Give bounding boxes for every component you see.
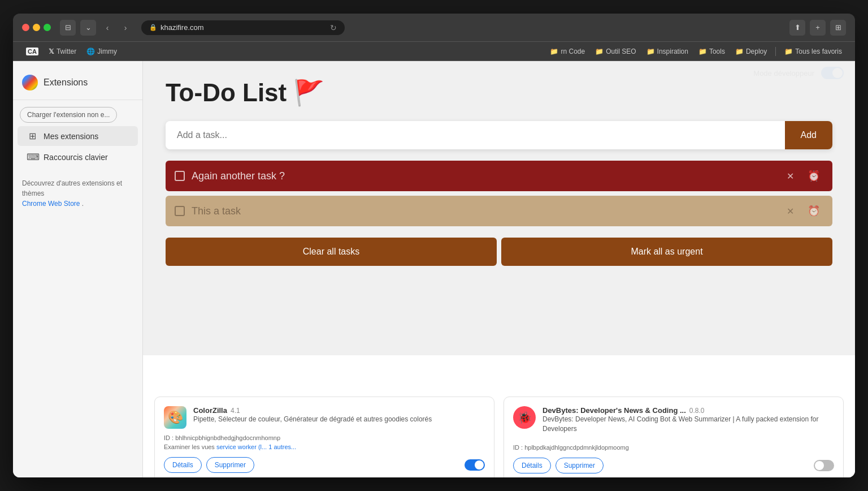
jimmy-icon: 🌐 [86,48,95,55]
todo-task-input[interactable] [166,121,785,149]
ext-id-colorzilla: ID : bhlhnicpbhignbdhedgjhgdocnmhomnp [164,434,485,441]
chrome-logo [22,75,38,91]
reload-icon[interactable]: ↻ [330,23,337,32]
ext-info-devbytes: DevBytes: Developer's News & Coding ... … [542,406,834,438]
bookmark-twitter-label: Twitter [57,48,76,55]
extensions-content: 🎨 ColorZilla 4.1 Pipette, Sélecteur de c… [143,380,855,477]
minimize-button[interactable] [33,24,40,31]
bookmark-outilseo-label: Outil SEO [606,48,636,55]
bookmark-ca[interactable]: CA [22,46,42,57]
toggle-devbytes[interactable] [814,460,834,471]
sidebar-raccourcis-label: Raccourcis clavier [44,153,108,162]
folder-icon-1: 📁 [550,48,558,55]
details-btn-devbytes[interactable]: Détails [513,458,551,473]
back-button[interactable]: ‹ [101,21,114,35]
sidebar-title: Extensions [44,77,88,88]
bookmark-tools-label: Tools [709,48,725,55]
bookmark-all-favorites[interactable]: 📁 Tous les favoris [780,46,846,57]
task-delete-normal[interactable]: ✕ [783,205,797,218]
extension-card-devbytes: 🐞 DevBytes: Developer's News & Coding ..… [504,397,844,477]
extensions-grid-icon: ⊞ [27,131,38,141]
ext-header-devbytes: 🐞 DevBytes: Developer's News & Coding ..… [513,406,834,438]
bookmark-inspiration-label: Inspiration [657,48,688,55]
main-area: Extensions Charger l'extension non e... … [13,61,855,477]
sidebar-info-suffix: . [80,200,84,208]
browser-window: ⊟ ⌄ ‹ › 🔒 khazifire.com ↻ ⬆ + ⊞ CA 𝕏 Twi… [13,14,855,477]
browser-actions: ⬆ + ⊞ [789,20,846,36]
ext-worker-text-colorzilla: Examiner les vues [164,443,215,450]
sidebar-item-mes-extensions[interactable]: ⊞ Mes extensions [18,126,138,146]
traffic-lights [22,24,51,31]
details-btn-colorzilla[interactable]: Détails [164,457,202,473]
ext-worker-link-colorzilla[interactable]: service worker (l... [216,443,267,450]
clear-all-tasks-button[interactable]: Clear all tasks [166,238,497,266]
todo-input-row: Add [166,121,832,149]
share-button[interactable]: ⬆ [789,20,805,36]
ext-desc-devbytes: DevBytes: Developer News, AI Coding Bot … [542,415,834,434]
folder-icon-5: 📁 [735,48,744,55]
ext-footer-colorzilla: Détails Supprimer [164,457,485,473]
sidebar: Extensions Charger l'extension non e... … [13,61,143,477]
bookmark-learncode-label: rn Code [561,48,585,55]
supprimer-btn-devbytes[interactable]: Supprimer [555,458,604,473]
todo-flag-icon: 🚩 [293,78,324,107]
forward-button[interactable]: › [119,21,132,35]
close-button[interactable] [22,24,29,31]
title-bar: ⊟ ⌄ ‹ › 🔒 khazifire.com ↻ ⬆ + ⊞ [13,14,855,42]
bookmark-outilseo[interactable]: 📁 Outil SEO [591,46,640,57]
ext-worker-extra-link[interactable]: 1 autres... [268,443,296,450]
sidebar-info: Découvrez d'autres extensions et thèmes … [13,171,142,216]
folder-icon-2: 📁 [595,48,604,55]
lock-icon: 🔒 [149,24,157,31]
ext-worker-colorzilla: Examiner les vues service worker (l... 1… [164,443,485,450]
todo-actions: Clear all tasks Mark all as urgent [166,238,832,266]
bookmark-jimmy[interactable]: 🌐 Jimmy [83,46,121,57]
load-extension-button[interactable]: Charger l'extension non e... [20,107,117,123]
todo-popup: To-Do List 🚩 Add Again another task ? ✕ … [143,61,855,355]
colorzilla-icon: 🎨 [164,406,186,429]
mark-all-urgent-button[interactable]: Mark all as urgent [501,238,832,266]
folder-icon-4: 📁 [698,48,707,55]
extensions-grid: 🎨 ColorZilla 4.1 Pipette, Sélecteur de c… [154,397,844,477]
ext-title-row-colorzilla: ColorZilla 4.1 [193,406,432,415]
task-urgent-toggle-normal[interactable]: ⏰ [804,204,823,218]
tab-dropdown-button[interactable]: ⌄ [80,20,96,36]
sidebar-header: Extensions [13,70,142,100]
supprimer-btn-colorzilla[interactable]: Supprimer [206,457,254,473]
ext-version-devbytes: 0.8.0 [689,407,705,415]
url-display[interactable]: khazifire.com [160,23,327,32]
task-checkbox-normal[interactable] [175,206,185,216]
bookmark-tools[interactable]: 📁 Tools [695,46,729,57]
sidebar-item-raccourcis[interactable]: ⌨ Raccourcis clavier [18,147,138,167]
task-checkbox-urgent[interactable] [175,171,185,181]
bookmark-jimmy-label: Jimmy [97,48,117,55]
maximize-button[interactable] [44,24,51,31]
ext-info-colorzilla: ColorZilla 4.1 Pipette, Sélecteur de cou… [193,406,432,429]
task-text-urgent: Again another task ? [192,170,776,182]
bookmark-deploy[interactable]: 📁 Deploy [731,46,771,57]
bookmark-learncode[interactable]: 📁 rn Code [546,46,589,57]
ext-desc-colorzilla: Pipette, Sélecteur de couleur, Générateu… [193,415,432,424]
ext-name-devbytes: DevBytes: Developer's News & Coding ... [542,406,686,415]
new-tab-button[interactable]: + [810,20,826,36]
folder-icon-all: 📁 [784,48,793,55]
extensions-button[interactable]: ⊞ [830,20,846,36]
devbytes-icon: 🐞 [513,406,536,429]
task-text-normal: This a task [192,205,776,217]
task-delete-urgent[interactable]: ✕ [783,170,797,183]
bookmark-twitter[interactable]: 𝕏 Twitter [45,46,80,57]
sidebar-toggle-button[interactable]: ⊟ [60,20,76,36]
twitter-icon: 𝕏 [49,48,54,55]
ext-title-row-devbytes: DevBytes: Developer's News & Coding ... … [542,406,834,415]
todo-add-button[interactable]: Add [785,121,832,149]
todo-title-text: To-Do List [166,79,287,107]
ext-version-colorzilla: 4.1 [231,407,240,415]
task-urgent-toggle-urgent[interactable]: ⏰ [804,169,823,183]
sidebar-info-text: Découvrez d'autres extensions et thèmes [22,179,122,197]
bookmark-inspiration[interactable]: 📁 Inspiration [643,46,692,57]
folder-icon-3: 📁 [646,48,655,55]
chrome-web-store-link[interactable]: Chrome Web Store [22,200,80,208]
toggle-colorzilla[interactable] [465,459,485,471]
ext-footer-devbytes: Détails Supprimer [513,458,834,473]
ext-header-colorzilla: 🎨 ColorZilla 4.1 Pipette, Sélecteur de c… [164,406,485,429]
